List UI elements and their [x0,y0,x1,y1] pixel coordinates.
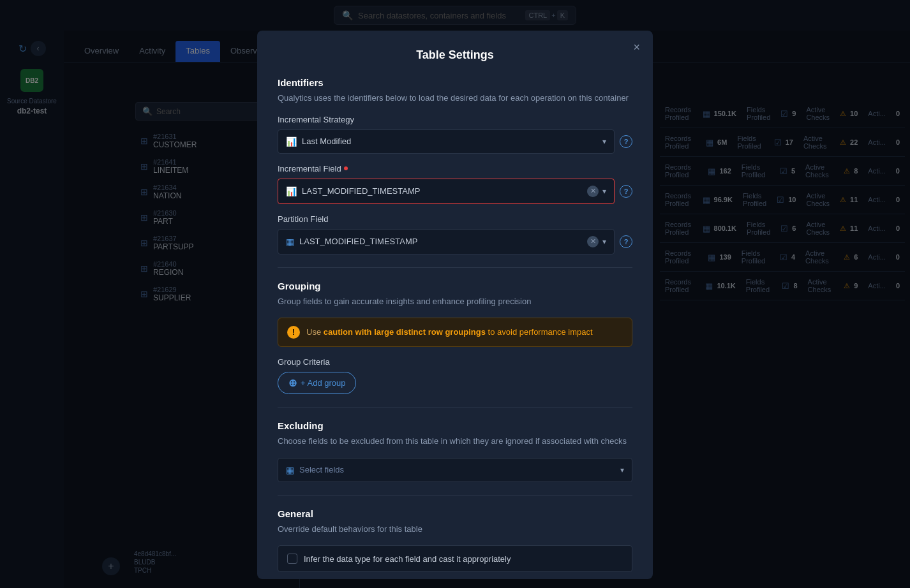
warning-circle-icon: ! [287,326,300,339]
general-desc: Override default behaviors for this tabl… [278,523,632,536]
identifiers-desc: Qualytics uses the identifiers below to … [278,92,632,105]
divider-3 [278,495,632,496]
incremental-field-row: 📊 LAST_MODIFIED_TIMESTAMP ✕ ▾ ? [278,179,632,204]
modal-close-button[interactable]: × [633,41,640,54]
incremental-field-label: Incremental Field [278,164,632,173]
infer-datatype-checkbox[interactable] [287,554,297,564]
table-settings-modal: × Table Settings Identifiers Qualytics u… [257,31,653,579]
infer-datatype-label: Infer the data type for each field and c… [304,554,511,564]
warning-text: Use caution with large distinct row grou… [306,326,593,339]
chevron-down-icon[interactable]: ▾ [602,187,606,196]
clear-field-button[interactable]: ✕ [587,186,599,197]
plus-circle-icon: ⊕ [288,377,297,389]
select-fields-placeholder: Select fields [299,465,615,474]
clear-partition-button[interactable]: ✕ [587,236,599,247]
select-actions: ✕ ▾ [587,186,606,197]
warning-highlight: caution with large distinct row grouping… [324,327,486,337]
partition-field-section: Partition Field ▦ LAST_MODIFIED_TIMESTAM… [278,214,632,254]
partition-field-help-icon[interactable]: ? [620,235,632,248]
select-fields-dropdown[interactable]: ▦ Select fields ▾ [278,458,632,482]
warning-pre: Use [306,327,324,337]
identifiers-title: Identifiers [278,77,632,88]
incremental-strategy-select[interactable]: 📊 Last Modified ▾ [278,129,615,154]
partition-field-label: Partition Field [278,214,632,224]
partition-field-select[interactable]: ▦ LAST_MODIFIED_TIMESTAMP ✕ ▾ [278,229,615,254]
divider-1 [278,267,632,268]
chart-icon: 📊 [286,136,297,147]
partition-field-row: ▦ LAST_MODIFIED_TIMESTAMP ✕ ▾ ? [278,229,632,254]
chevron-down-icon[interactable]: ▾ [602,237,606,246]
excluding-desc: Choose fields to be excluded from this t… [278,435,632,448]
chevron-down-icon[interactable]: ▾ [620,466,624,474]
group-criteria-label: Group Criteria [278,357,632,367]
grid-icon: ▦ [286,237,294,247]
excluding-title: Excluding [278,420,632,431]
general-title: General [278,508,632,519]
divider-2 [278,407,632,408]
incremental-strategy-help-icon[interactable]: ? [620,135,632,148]
incremental-field-value: LAST_MODIFIED_TIMESTAMP [302,186,582,196]
partition-field-value: LAST_MODIFIED_TIMESTAMP [299,237,582,246]
modal-title: Table Settings [278,48,632,62]
incremental-field-help-icon[interactable]: ? [620,185,632,198]
select-actions: ✕ ▾ [587,236,606,247]
modal-overlay: × Table Settings Identifiers Qualytics u… [0,0,910,588]
grouping-title: Grouping [278,281,632,291]
grouping-desc: Group fields to gain accurate insights a… [278,295,632,308]
grid-icon: ▦ [286,465,294,475]
chevron-down-icon[interactable]: ▾ [602,137,606,146]
add-group-label: + Add group [301,378,345,388]
incremental-field-select[interactable]: 📊 LAST_MODIFIED_TIMESTAMP ✕ ▾ [278,179,615,204]
required-indicator [344,166,348,170]
warning-banner: ! Use caution with large distinct row gr… [278,318,632,347]
infer-datatype-row: Infer the data type for each field and c… [278,545,632,572]
incremental-strategy-label: Incremental Strategy [278,115,632,124]
add-group-button[interactable]: ⊕ + Add group [278,372,356,394]
incremental-strategy-row: 📊 Last Modified ▾ ? [278,129,632,154]
incremental-strategy-value: Last Modified [302,136,597,146]
incremental-field-section: Incremental Field 📊 LAST_MODIFIED_TIMEST… [278,164,632,204]
chart-icon: 📊 [286,186,297,196]
warning-post: to avoid performance impact [486,327,593,337]
